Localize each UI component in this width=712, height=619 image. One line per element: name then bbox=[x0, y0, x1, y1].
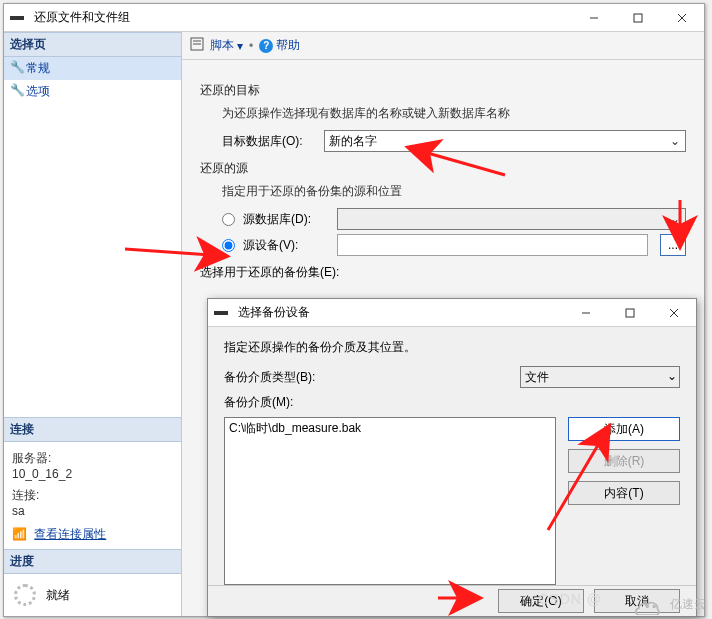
child-msg: 指定还原操作的备份介质及其位置。 bbox=[224, 339, 680, 356]
server-label: 服务器: bbox=[12, 450, 173, 467]
connect-header: 连接 bbox=[4, 417, 181, 442]
select-backup-device-dialog: 选择备份设备 指定还原操作的备份介质及其位置。 备份介质类型(B): 文件 ⌄ … bbox=[207, 298, 697, 617]
child-window-buttons bbox=[564, 299, 696, 327]
src-device-text[interactable] bbox=[337, 234, 648, 256]
content-button[interactable]: 内容(T) bbox=[568, 481, 680, 505]
dialog-footer: 确定(O) 取消 bbox=[208, 585, 696, 616]
backup-sets-label: 选择用于还原的备份集(E): bbox=[200, 264, 686, 281]
dest-header: 还原的目标 bbox=[200, 82, 686, 99]
svg-rect-2 bbox=[634, 14, 642, 22]
progress-header: 进度 bbox=[4, 549, 181, 574]
src-db-combo[interactable]: ⌄ bbox=[337, 208, 686, 230]
src-sub: 指定用于还原的备份集的源和位置 bbox=[222, 183, 686, 200]
dest-db-combo[interactable]: 新的名字 ⌄ bbox=[324, 130, 686, 152]
maximize-button[interactable] bbox=[608, 299, 652, 327]
svg-rect-8 bbox=[214, 311, 228, 315]
src-db-row: 源数据库(D): ⌄ bbox=[222, 208, 686, 230]
media-label-row: 备份介质(M): bbox=[224, 394, 680, 411]
dest-sub: 为还原操作选择现有数据库的名称或键入新数据库名称 bbox=[222, 105, 686, 122]
script-icon bbox=[190, 37, 204, 54]
dest-db-value: 新的名字 bbox=[329, 133, 377, 150]
app-icon bbox=[214, 306, 232, 320]
cloud-icon bbox=[632, 593, 666, 615]
src-device-radio[interactable] bbox=[222, 239, 235, 252]
conn-value: sa bbox=[12, 504, 173, 518]
main-titlebar: 还原文件和文件组 bbox=[4, 4, 704, 32]
media-label: 备份介质(M): bbox=[224, 394, 334, 411]
media-row: C:\临时\db_measure.bak 添加(A) 删除(R) 内容(T) bbox=[224, 417, 680, 585]
add-button[interactable]: 添加(A) bbox=[568, 417, 680, 441]
link-icon: 📶 bbox=[12, 527, 27, 541]
media-type-combo[interactable]: 文件 ⌄ bbox=[520, 366, 680, 388]
dest-db-row: 目标数据库(O): 新的名字 ⌄ bbox=[222, 130, 686, 152]
chevron-down-icon: ⌄ bbox=[667, 369, 677, 383]
brand-text: 亿速云 bbox=[670, 596, 706, 613]
media-type-row: 备份介质类型(B): 文件 ⌄ bbox=[224, 366, 680, 388]
maximize-button[interactable] bbox=[616, 4, 660, 32]
browse-device-button[interactable]: ... bbox=[660, 234, 686, 256]
left-column: 选择页 🔧 常规 🔧 选项 连接 服务器: 10_0_16_2 连接: sa bbox=[4, 32, 182, 616]
brand-watermark: 亿速云 bbox=[632, 593, 706, 615]
child-titlebar: 选择备份设备 bbox=[208, 299, 696, 327]
wrench-icon: 🔧 bbox=[10, 83, 25, 97]
wrench-icon: 🔧 bbox=[10, 60, 25, 74]
connect-body: 服务器: 10_0_16_2 连接: sa 📶 查看连接属性 bbox=[4, 442, 181, 549]
toolbar-sep: • bbox=[249, 39, 253, 53]
remove-button[interactable]: 删除(R) bbox=[568, 449, 680, 473]
src-dev-row: 源设备(V): ... bbox=[222, 234, 686, 256]
view-conn-link[interactable]: 查看连接属性 bbox=[34, 527, 106, 541]
nav-options-label: 选项 bbox=[26, 84, 50, 98]
progress-body: 就绪 bbox=[4, 574, 181, 616]
nav-general-label: 常规 bbox=[26, 61, 50, 75]
dest-db-label: 目标数据库(O): bbox=[222, 133, 314, 150]
src-db-label: 源数据库(D): bbox=[243, 211, 329, 228]
form-area: 还原的目标 为还原操作选择现有数据库的名称或键入新数据库名称 目标数据库(O):… bbox=[182, 60, 704, 285]
media-type-value: 文件 bbox=[525, 369, 549, 386]
csdn-watermark: CSDN @ bbox=[538, 591, 602, 607]
toolbar: 脚本 ▾ • ? 帮助 bbox=[182, 32, 704, 60]
select-page-header: 选择页 bbox=[4, 32, 181, 57]
close-button[interactable] bbox=[652, 299, 696, 327]
minimize-button[interactable] bbox=[564, 299, 608, 327]
nav-general[interactable]: 🔧 常规 bbox=[4, 57, 181, 80]
script-dropdown[interactable]: 脚本 ▾ bbox=[210, 37, 243, 54]
child-body: 指定还原操作的备份介质及其位置。 备份介质类型(B): 文件 ⌄ 备份介质(M)… bbox=[208, 327, 696, 585]
progress-status: 就绪 bbox=[46, 587, 70, 604]
svg-point-18 bbox=[646, 605, 649, 608]
script-label: 脚本 bbox=[210, 37, 234, 54]
src-db-radio[interactable] bbox=[222, 213, 235, 226]
src-header: 还原的源 bbox=[200, 160, 686, 177]
help-icon: ? bbox=[259, 39, 273, 53]
close-button[interactable] bbox=[660, 4, 704, 32]
media-type-label: 备份介质类型(B): bbox=[224, 369, 334, 386]
help-label: 帮助 bbox=[276, 37, 300, 54]
nav-options[interactable]: 🔧 选项 bbox=[4, 80, 181, 103]
media-buttons: 添加(A) 删除(R) 内容(T) bbox=[568, 417, 680, 585]
src-device-label: 源设备(V): bbox=[243, 237, 329, 254]
svg-point-19 bbox=[652, 605, 655, 608]
svg-rect-10 bbox=[626, 309, 634, 317]
nav-list: 🔧 常规 🔧 选项 bbox=[4, 57, 181, 103]
main-title: 还原文件和文件组 bbox=[34, 9, 572, 26]
ellipsis-label: ... bbox=[668, 238, 678, 252]
conn-label: 连接: bbox=[12, 487, 173, 504]
server-value: 10_0_16_2 bbox=[12, 467, 173, 481]
app-icon bbox=[10, 11, 28, 25]
window-buttons bbox=[572, 4, 704, 32]
spinner-icon bbox=[14, 584, 36, 606]
media-list[interactable]: C:\临时\db_measure.bak bbox=[224, 417, 556, 585]
media-item[interactable]: C:\临时\db_measure.bak bbox=[229, 420, 551, 437]
help-link[interactable]: ? 帮助 bbox=[259, 37, 300, 54]
view-conn-row: 📶 查看连接属性 bbox=[12, 526, 173, 543]
chevron-down-icon: ⌄ bbox=[667, 133, 683, 149]
chevron-down-icon: ▾ bbox=[237, 39, 243, 53]
chevron-down-icon: ⌄ bbox=[667, 211, 683, 227]
svg-rect-0 bbox=[10, 16, 24, 20]
child-title: 选择备份设备 bbox=[238, 304, 564, 321]
minimize-button[interactable] bbox=[572, 4, 616, 32]
